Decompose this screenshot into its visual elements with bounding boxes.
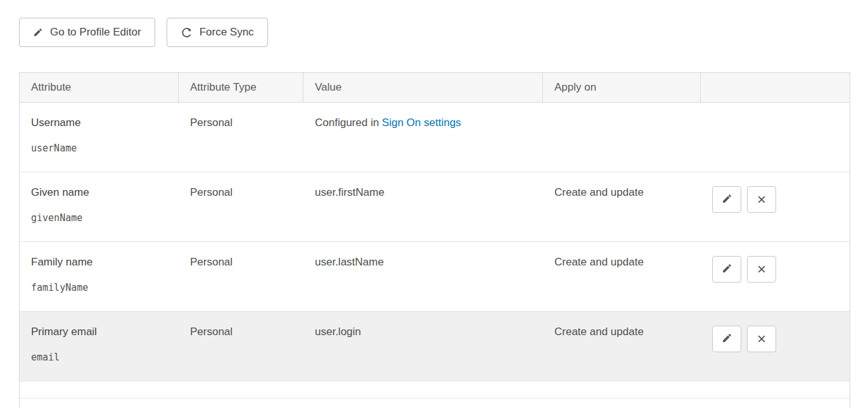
attribute-label: Family name (31, 256, 167, 269)
actions-cell: × (701, 172, 850, 242)
apply-on-cell: Create and update (543, 242, 701, 312)
attribute-cell: Family name familyName (20, 242, 179, 312)
attribute-mappings-page: Go to Profile Editor Force Sync Attribut… (0, 0, 868, 408)
attribute-cell: Primary email email (20, 312, 179, 381)
apply-on-value: Create and update (554, 326, 644, 338)
table-row-partial (20, 381, 850, 398)
attribute-type: Personal (190, 186, 233, 198)
delete-mapping-button[interactable]: × (747, 186, 776, 213)
actions-cell: × (701, 242, 850, 312)
value-cell: user.firstName (303, 172, 543, 242)
column-header-attribute-type: Attribute Type (179, 73, 303, 103)
edit-mapping-button[interactable] (712, 186, 741, 213)
force-sync-button[interactable]: Force Sync (167, 18, 268, 47)
table-row-username: Username userName Personal Configured in… (20, 103, 850, 172)
force-sync-label: Force Sync (200, 26, 254, 39)
table-row-given-name: Given name givenName Personal user.first… (20, 172, 850, 242)
value-prefix: Configured in (315, 117, 382, 129)
attribute-mapping-table: Attribute Attribute Type Value Apply on … (19, 72, 850, 408)
sign-on-settings-link[interactable]: Sign On settings (382, 117, 461, 129)
toolbar: Go to Profile Editor Force Sync (19, 18, 849, 47)
close-x-icon: × (757, 262, 766, 277)
attribute-type: Personal (190, 117, 233, 129)
apply-on-value: Create and update (554, 256, 644, 268)
table-row-primary-email: Primary email email Personal user.login … (20, 312, 850, 381)
pencil-icon (722, 333, 732, 345)
delete-mapping-button[interactable]: × (747, 256, 776, 283)
attribute-type: Personal (190, 256, 233, 268)
go-to-profile-editor-label: Go to Profile Editor (50, 26, 141, 39)
column-header-actions (701, 73, 850, 103)
attribute-type: Personal (190, 326, 233, 338)
attribute-type-cell: Personal (179, 172, 303, 242)
attribute-variable-name: familyName (31, 282, 167, 293)
close-x-icon: × (757, 192, 766, 207)
edit-mapping-button[interactable] (712, 256, 741, 283)
table-header-row: Attribute Attribute Type Value Apply on (20, 73, 850, 103)
value-cell: Configured in Sign On settings (303, 103, 543, 172)
apply-on-cell: Create and update (543, 312, 701, 381)
attribute-variable-name: email (31, 352, 167, 363)
column-header-attribute: Attribute (20, 73, 179, 103)
attribute-label: Username (31, 117, 167, 129)
attribute-label: Primary email (31, 326, 167, 338)
actions-cell: × (701, 312, 850, 381)
pencil-icon (722, 193, 732, 206)
value-cell: user.login (303, 312, 543, 381)
actions-cell (701, 103, 850, 172)
value-cell: user.lastName (303, 242, 543, 312)
attribute-type-cell: Personal (179, 103, 303, 172)
cutoff-row-cell (20, 398, 850, 408)
column-header-value: Value (303, 73, 543, 103)
attribute-cell: Given name givenName (20, 172, 179, 242)
delete-mapping-button[interactable]: × (747, 326, 776, 352)
apply-on-value: Create and update (554, 186, 644, 198)
value-expression: user.firstName (315, 186, 385, 198)
value-expression: user.lastName (315, 256, 384, 268)
attribute-variable-name: givenName (31, 212, 167, 224)
attribute-type-cell: Personal (179, 312, 303, 381)
apply-on-cell (543, 103, 701, 172)
attribute-label: Given name (31, 186, 167, 199)
value-expression: user.login (315, 326, 361, 338)
pencil-icon (33, 27, 43, 37)
refresh-sync-icon (181, 27, 193, 39)
pencil-icon (722, 263, 732, 276)
attribute-variable-name: userName (31, 143, 167, 154)
apply-on-cell: Create and update (543, 172, 701, 242)
table-row-family-name: Family name familyName Personal user.las… (20, 242, 850, 312)
column-header-apply-on: Apply on (543, 73, 701, 103)
close-x-icon: × (757, 331, 766, 347)
partial-row-cell (20, 381, 850, 398)
table-row-cutoff (20, 398, 850, 408)
attribute-cell: Username userName (20, 103, 179, 172)
attribute-type-cell: Personal (179, 242, 303, 312)
go-to-profile-editor-button[interactable]: Go to Profile Editor (19, 18, 155, 47)
edit-mapping-button[interactable] (712, 326, 741, 352)
